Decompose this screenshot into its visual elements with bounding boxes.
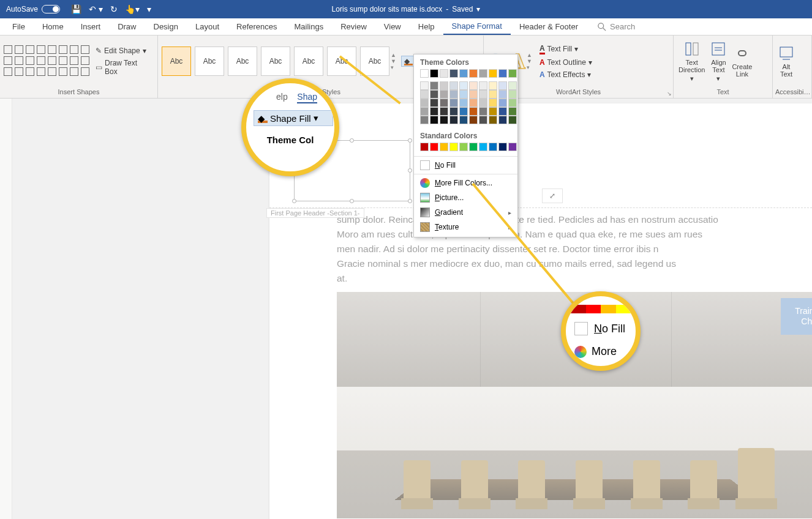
tab-home[interactable]: Home — [34, 18, 72, 35]
color-swatch[interactable] — [479, 116, 487, 124]
color-swatch[interactable] — [508, 99, 517, 107]
color-swatch[interactable] — [449, 90, 458, 99]
color-swatch[interactable] — [449, 81, 458, 90]
dialog-launcher-icon[interactable]: ↘ — [667, 91, 672, 97]
color-swatch[interactable] — [489, 69, 497, 78]
color-swatch[interactable] — [469, 143, 478, 151]
gallery-down-icon[interactable]: ▼ — [527, 58, 532, 64]
color-swatch[interactable] — [420, 107, 429, 116]
status-dropdown-icon[interactable]: ▾ — [476, 5, 480, 13]
color-swatch[interactable] — [430, 81, 438, 90]
tab-header-footer[interactable]: Header & Footer — [511, 18, 587, 35]
style-preset[interactable]: Abc — [294, 47, 323, 76]
tab-draw[interactable]: Draw — [109, 18, 145, 35]
color-swatch[interactable] — [430, 99, 438, 107]
text-effects-button[interactable]: A Text Effects ▾ — [537, 69, 595, 80]
draw-textbox-button[interactable]: ▭ Draw Text Box — [93, 58, 154, 77]
color-swatch[interactable] — [440, 90, 448, 99]
color-swatch[interactable] — [449, 116, 458, 124]
align-text-button[interactable]: Align Text ▾ — [710, 40, 727, 82]
more-fill-colors-item[interactable]: More Fill Colors... — [414, 176, 517, 190]
qat-customize-icon[interactable]: ▾ — [147, 4, 151, 14]
color-swatch[interactable] — [449, 69, 458, 78]
color-swatch[interactable] — [479, 99, 487, 107]
redo-icon[interactable]: ↻ — [110, 4, 118, 14]
tab-design[interactable]: Design — [145, 18, 187, 35]
text-fill-button[interactable]: A Text Fill ▾ — [537, 43, 595, 56]
color-swatch[interactable] — [489, 107, 497, 116]
color-swatch[interactable] — [430, 90, 438, 99]
color-swatch[interactable] — [449, 107, 458, 116]
color-swatch[interactable] — [479, 81, 487, 90]
color-swatch[interactable] — [489, 81, 497, 90]
color-swatch[interactable] — [498, 99, 507, 107]
style-preset[interactable]: Abc — [228, 47, 257, 76]
color-swatch[interactable] — [440, 116, 448, 124]
search-box[interactable]: Search — [598, 22, 635, 31]
style-preset[interactable]: Abc — [195, 47, 224, 76]
color-swatch[interactable] — [440, 69, 448, 78]
gallery-up-icon[interactable]: ▲ — [527, 52, 532, 58]
no-fill-item[interactable]: No Fill — [414, 158, 517, 173]
color-swatch[interactable] — [469, 90, 478, 99]
color-swatch[interactable] — [459, 90, 468, 99]
callout-shape[interactable]: Trainer's Chair — [781, 298, 812, 335]
tab-file[interactable]: File — [4, 18, 34, 35]
style-preset[interactable]: Abc — [327, 47, 356, 76]
color-swatch[interactable] — [489, 99, 497, 107]
color-swatch[interactable] — [508, 143, 517, 151]
color-swatch[interactable] — [508, 90, 517, 99]
color-swatch[interactable] — [498, 143, 507, 151]
color-swatch[interactable] — [440, 81, 448, 90]
color-swatch[interactable] — [469, 107, 478, 116]
color-swatch[interactable] — [440, 99, 448, 107]
vertical-ruler[interactable] — [0, 99, 12, 519]
gallery-more-icon[interactable]: ▾ — [527, 64, 532, 70]
color-swatch[interactable] — [508, 69, 517, 78]
layout-options-icon[interactable]: ⤢ — [542, 189, 563, 203]
color-swatch[interactable] — [430, 107, 438, 116]
color-swatch[interactable] — [420, 99, 429, 107]
color-swatch[interactable] — [459, 116, 468, 124]
tab-insert[interactable]: Insert — [72, 18, 110, 35]
gallery-down-icon[interactable]: ▼ — [391, 58, 396, 64]
color-swatch[interactable] — [469, 81, 478, 90]
undo-icon[interactable]: ↶ ▾ — [89, 4, 103, 14]
color-swatch[interactable] — [489, 143, 497, 151]
color-swatch[interactable] — [489, 116, 497, 124]
color-swatch[interactable] — [479, 90, 487, 99]
edit-shape-button[interactable]: ✎ Edit Shape ▾ — [93, 45, 154, 56]
color-swatch[interactable] — [459, 107, 468, 116]
color-swatch[interactable] — [420, 90, 429, 99]
color-swatch[interactable] — [498, 116, 507, 124]
save-icon[interactable]: 💾 — [71, 4, 81, 14]
color-swatch[interactable] — [469, 116, 478, 124]
text-direction-button[interactable]: Text Direction ▾ — [679, 40, 705, 82]
color-swatch[interactable] — [508, 107, 517, 116]
color-swatch[interactable] — [430, 116, 438, 124]
color-swatch[interactable] — [469, 69, 478, 78]
text-outline-button[interactable]: A Text Outline ▾ — [537, 57, 595, 68]
gallery-up-icon[interactable]: ▲ — [391, 52, 396, 58]
color-swatch[interactable] — [489, 90, 497, 99]
gallery-more-icon[interactable]: ▾ — [391, 64, 396, 70]
shape-style-gallery[interactable]: Abc Abc Abc Abc Abc Abc Abc — [162, 47, 389, 76]
color-swatch[interactable] — [459, 99, 468, 107]
color-swatch[interactable] — [430, 69, 438, 78]
tab-references[interactable]: References — [228, 18, 285, 35]
tab-view[interactable]: View — [375, 18, 410, 35]
style-preset[interactable]: Abc — [360, 47, 389, 76]
color-swatch[interactable] — [459, 143, 468, 151]
color-swatch[interactable] — [498, 69, 507, 78]
color-swatch[interactable] — [498, 81, 507, 90]
document-page[interactable]: ⤢ First Page Header -Section 1- sump dol… — [269, 103, 812, 519]
color-swatch[interactable] — [498, 90, 507, 99]
color-swatch[interactable] — [459, 81, 468, 90]
tab-shape-format[interactable]: Shape Format — [443, 18, 511, 35]
tab-mailings[interactable]: Mailings — [286, 18, 333, 35]
autosave-toggle[interactable] — [42, 5, 60, 13]
color-swatch[interactable] — [420, 81, 429, 90]
texture-fill-item[interactable]: Texture — [414, 220, 517, 234]
color-swatch[interactable] — [420, 116, 429, 124]
style-preset[interactable]: Abc — [261, 47, 290, 76]
